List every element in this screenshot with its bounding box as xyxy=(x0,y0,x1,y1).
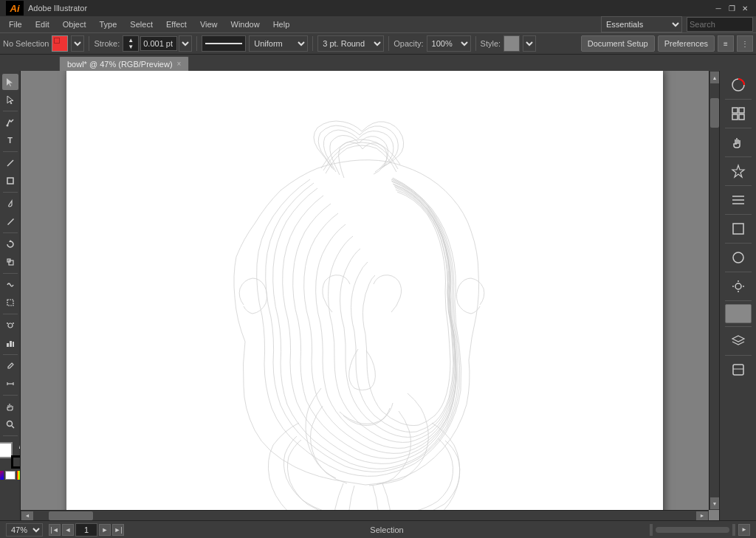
svg-point-9 xyxy=(13,323,14,324)
vertical-scroll-thumb[interactable] xyxy=(710,98,719,128)
type-tool[interactable]: T xyxy=(2,132,18,148)
warp-tool[interactable] xyxy=(2,277,18,293)
svg-marker-34 xyxy=(732,336,744,342)
svg-point-0 xyxy=(6,125,8,127)
right-panel-star[interactable] xyxy=(725,160,752,182)
column-graph-tool[interactable] xyxy=(2,335,18,351)
stroke-value-input[interactable] xyxy=(140,36,177,51)
selection-tool[interactable] xyxy=(2,74,18,90)
none-mode-button[interactable] xyxy=(5,471,16,480)
menu-file[interactable]: File xyxy=(3,18,28,30)
menu-effect[interactable]: Effect xyxy=(160,18,193,30)
scroll-right-button[interactable]: ► xyxy=(696,511,708,520)
menu-type[interactable]: Type xyxy=(94,18,123,30)
opacity-dropdown[interactable]: 100% xyxy=(427,35,471,52)
right-panel-color[interactable] xyxy=(725,74,752,96)
prev-page-button[interactable]: ◄ xyxy=(62,524,74,536)
last-page-button[interactable]: ►| xyxy=(112,524,124,536)
right-panel-grid[interactable] xyxy=(725,103,752,125)
symbol-tool[interactable] xyxy=(2,317,18,334)
stroke-cap-dropdown[interactable]: 3 pt. Round xyxy=(317,35,384,52)
right-panel-hand[interactable] xyxy=(725,131,752,154)
rp-sep-3 xyxy=(725,156,752,157)
right-panel-swatch[interactable] xyxy=(725,304,752,323)
right-panel-rect[interactable] xyxy=(725,218,752,240)
artboard xyxy=(66,71,663,520)
panel-toggle-button[interactable]: ≡ xyxy=(718,35,734,52)
preferences-button[interactable]: Preferences xyxy=(658,35,715,52)
scroll-left-button[interactable]: ◄ xyxy=(21,511,33,520)
color-mode-button[interactable] xyxy=(0,471,4,480)
svg-point-28 xyxy=(733,252,743,263)
menu-bar: File Edit Object Type Select Effect View… xyxy=(0,16,756,32)
hand-tool[interactable] xyxy=(2,399,18,415)
minimize-button[interactable]: ─ xyxy=(713,3,724,13)
next-page-button[interactable]: ► xyxy=(99,524,111,536)
direct-selection-tool[interactable] xyxy=(2,92,18,108)
color-section xyxy=(0,439,21,483)
stroke-spinner[interactable]: ▲▼ xyxy=(123,35,139,52)
vertical-scrollbar[interactable]: ▲ ▼ xyxy=(709,71,719,510)
stroke-style-dropdown[interactable]: Uniform xyxy=(249,35,308,52)
zoom-tool[interactable] xyxy=(2,416,18,432)
stroke-indicator[interactable] xyxy=(11,455,21,469)
stroke-unit-dropdown[interactable]: ▼ xyxy=(179,35,192,52)
first-page-button[interactable]: |◄ xyxy=(49,524,61,536)
line-tool[interactable] xyxy=(2,155,18,171)
right-panel-sun[interactable] xyxy=(725,275,752,297)
tab-close-button[interactable]: × xyxy=(177,60,182,68)
style-label: Style: xyxy=(481,39,501,48)
fill-swatch[interactable] xyxy=(52,35,68,52)
tool-sep-9 xyxy=(3,435,18,436)
svg-point-8 xyxy=(7,323,8,324)
rotate-tool[interactable] xyxy=(2,236,18,252)
menu-edit[interactable]: Edit xyxy=(30,18,55,30)
paintbrush-tool[interactable] xyxy=(2,196,18,212)
right-panel-symbol[interactable] xyxy=(725,359,752,381)
menu-object[interactable]: Object xyxy=(57,18,92,30)
artwork-svg xyxy=(66,71,663,520)
scale-tool[interactable] xyxy=(2,254,18,270)
rp-sep-2 xyxy=(725,128,752,128)
pencil-tool[interactable] xyxy=(2,213,18,230)
measure-tool[interactable] xyxy=(2,376,18,392)
close-button[interactable]: ✕ xyxy=(740,3,750,13)
options-button[interactable]: ⋮ xyxy=(737,35,753,52)
style-dropdown[interactable]: ▼ xyxy=(523,35,536,52)
zoom-dropdown[interactable]: 47% xyxy=(6,523,43,537)
scroll-down-button[interactable]: ▼ xyxy=(710,497,719,509)
horizontal-scroll-thumb[interactable] xyxy=(49,511,93,520)
svg-rect-27 xyxy=(733,224,743,234)
menu-window[interactable]: Window xyxy=(225,18,266,30)
menu-select[interactable]: Select xyxy=(124,18,159,30)
restore-button[interactable]: ❐ xyxy=(726,3,737,13)
svg-rect-21 xyxy=(732,114,738,120)
fill-type-dropdown[interactable]: ▼ xyxy=(71,35,84,52)
eyedropper-tool[interactable] xyxy=(2,358,18,374)
rp-sep-7 xyxy=(725,272,752,272)
scroll-end-button[interactable]: ► xyxy=(738,524,750,536)
style-swatch[interactable] xyxy=(504,35,520,52)
menu-help[interactable]: Help xyxy=(267,18,296,30)
svg-point-29 xyxy=(735,283,741,289)
rect-tool[interactable] xyxy=(2,173,18,189)
page-number-input[interactable] xyxy=(75,523,97,537)
svg-rect-2 xyxy=(7,178,13,184)
window-controls: ─ ❐ ✕ xyxy=(713,3,750,13)
search-input[interactable] xyxy=(687,17,753,32)
right-panel-circle[interactable] xyxy=(725,246,752,269)
right-panel-lines[interactable] xyxy=(725,189,752,211)
document-tab[interactable]: bowl* @ 47% (RGB/Preview) × xyxy=(59,56,189,71)
horizontal-scrollbar[interactable]: ◄ ► xyxy=(21,510,709,520)
status-slider[interactable] xyxy=(656,527,729,533)
rp-sep-4 xyxy=(725,185,752,186)
scroll-up-button[interactable]: ▲ xyxy=(710,72,719,83)
pen-tool[interactable] xyxy=(2,114,18,131)
document-setup-button[interactable]: Document Setup xyxy=(581,35,655,52)
right-panel-layers[interactable] xyxy=(725,330,752,352)
rp-sep-6 xyxy=(725,243,752,244)
menu-view[interactable]: View xyxy=(194,18,224,30)
workspace-dropdown[interactable]: Essentials xyxy=(601,16,682,32)
stroke-line-preview[interactable] xyxy=(202,35,246,52)
free-transform-tool[interactable] xyxy=(2,294,18,311)
